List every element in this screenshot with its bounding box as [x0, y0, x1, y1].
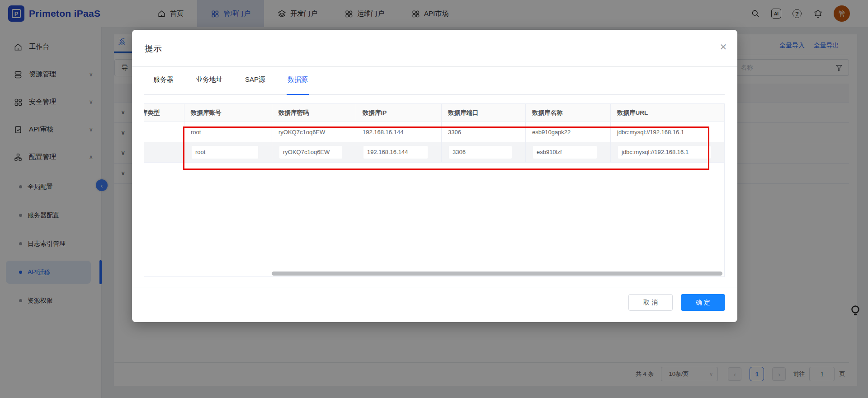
- cell-db-port: 3306: [442, 122, 526, 142]
- tab-data-source[interactable]: 数据源: [287, 73, 309, 95]
- tab-server[interactable]: 服务器: [152, 73, 175, 94]
- close-icon[interactable]: ✕: [717, 41, 730, 53]
- tab-sap-source[interactable]: SAP源: [244, 73, 266, 94]
- column-header-db-account[interactable]: 数据库账号: [184, 104, 272, 122]
- cell-db-password: ryOKQ7c1oq6EW: [272, 122, 356, 142]
- cell-db-ip: 192.168.16.144: [356, 122, 442, 142]
- cell-db-account: root: [184, 122, 272, 142]
- cell-db-url: jdbc:mysql://192.168.16.1: [611, 122, 724, 142]
- confirm-button[interactable]: 确 定: [681, 294, 725, 311]
- table-row[interactable]: root ryOKQ7c1oq6EW 192.168.16.144 3306 e…: [144, 122, 724, 142]
- cell-db-name: esb910lzf: [526, 142, 611, 162]
- column-header-type[interactable]: 库类型: [144, 104, 184, 122]
- cell-db-password: ryOKQ7c1oq6EW: [272, 142, 356, 162]
- divider: [132, 287, 737, 287]
- column-header-db-url[interactable]: 数据库URL: [611, 104, 724, 122]
- datasource-table: 库类型 数据库账号 数据库密码 数据库IP 数据库端口 数据库名称 数据库URL…: [144, 103, 725, 277]
- cell-db-ip: 192.168.16.144: [356, 142, 442, 162]
- cell-type: [144, 122, 184, 142]
- cancel-button[interactable]: 取 消: [628, 294, 673, 311]
- column-header-db-ip[interactable]: 数据库IP: [356, 104, 442, 122]
- dialog-tabs: 服务器 业务地址 SAP源 数据源: [144, 73, 725, 95]
- tab-business-address[interactable]: 业务地址: [195, 73, 224, 94]
- cell-db-url: jdbc:mysql://192.168.16.1: [611, 142, 724, 162]
- divider: [132, 66, 737, 67]
- cell-db-name: esb910gapk22: [526, 122, 611, 142]
- horizontal-scrollbar[interactable]: [272, 272, 722, 276]
- app-screen: P Primeton iPaaS 首页 管理门户 开发门户 运维门户: [0, 0, 868, 398]
- table-row[interactable]: root ryOKQ7c1oq6EW 192.168.16.144 3306 e…: [144, 142, 724, 163]
- cell-db-account: root: [184, 142, 272, 162]
- dialog-title: 提示: [145, 43, 162, 55]
- cell-type: [144, 142, 184, 162]
- table-header-row: 库类型 数据库账号 数据库密码 数据库IP 数据库端口 数据库名称 数据库URL: [144, 104, 724, 122]
- prompt-dialog: 提示 ✕ 服务器 业务地址 SAP源 数据源 库类型 数据库账号 数据库密码 数…: [132, 30, 737, 322]
- column-header-db-name[interactable]: 数据库名称: [526, 104, 611, 122]
- cell-db-port: 3306: [442, 142, 526, 162]
- assistant-bulb-icon[interactable]: [850, 304, 861, 317]
- column-header-db-port[interactable]: 数据库端口: [442, 104, 526, 122]
- column-header-db-password[interactable]: 数据库密码: [272, 104, 356, 122]
